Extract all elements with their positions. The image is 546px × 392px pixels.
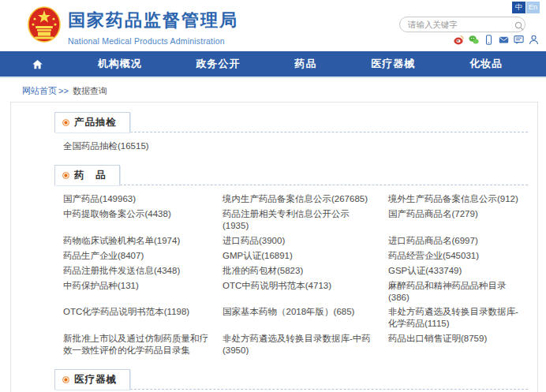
nav-item-drugs[interactable]: 药品 <box>294 57 316 71</box>
section: 医疗器械国产医疗器械产品（注册）(83739)国产器械（历史数据）(182669… <box>54 369 528 392</box>
link-cell: 国产药品(149963) <box>63 192 211 207</box>
section-title: 医疗器械 <box>74 373 117 386</box>
link-cell: GMP认证(16891) <box>223 248 377 263</box>
section-tab: 药 品 <box>54 165 120 185</box>
search-icon[interactable] <box>514 20 524 29</box>
data-query-panel: 产品抽检全国药品抽检(16515)药 品国产药品(149963)境内生产药品备案… <box>10 102 538 392</box>
section-tab: 产品抽检 <box>54 112 130 133</box>
link-cell: OTC化学药品说明书范本(1198) <box>63 304 211 331</box>
data-link[interactable]: 国产药品(149963) <box>63 194 136 203</box>
section-dashed-rule <box>120 165 529 185</box>
link-cell: 药品出口销售证明(8759) <box>388 331 528 358</box>
link-cell: 国家基本药物（2018年版）(685) <box>223 304 377 331</box>
section-links-grid: 全国药品抽检(16515) <box>54 133 528 162</box>
data-link[interactable]: GMP认证(16891) <box>223 251 293 260</box>
link-cell: 批准的药包材(5823) <box>223 263 377 278</box>
nav-home[interactable] <box>32 58 43 70</box>
site-title: 国家药品监督管理局 <box>68 9 238 32</box>
message-icon[interactable] <box>514 35 524 45</box>
data-link[interactable]: 中药保护品种(131) <box>63 281 139 290</box>
link-cell: 麻醉药品和精神药品品种目录(386) <box>388 278 528 305</box>
site-subtitle: National Medical Products Administration <box>68 36 238 46</box>
link-cell: 中药提取物备案公示(4438) <box>63 207 211 233</box>
data-link[interactable]: OTC化学药品说明书范本(1198) <box>63 307 189 316</box>
data-link[interactable]: 药品出口销售证明(8759) <box>388 334 487 343</box>
section-bullet-icon <box>62 376 69 383</box>
link-cell: 新批准上市以及通过仿制药质量和疗效一致性评价的化学药品目录集 <box>63 331 211 358</box>
section: 药 品国产药品(149963)境内生产药品备案信息公示(267685)境外生产药… <box>54 165 528 366</box>
link-cell: 药物临床试验机构名单(1974) <box>63 233 211 248</box>
section-header: 产品抽检 <box>54 112 528 133</box>
section-title: 产品抽检 <box>74 116 117 129</box>
lang-zh-button[interactable]: 中 <box>512 2 525 13</box>
nav-item-gov-affairs[interactable]: 政务公开 <box>196 57 241 71</box>
data-link[interactable]: 药品经营企业(545031) <box>388 251 479 260</box>
brand-block: 国家药品监督管理局 National Medical Products Admi… <box>68 9 238 46</box>
link-cell: 境外生产药品备案信息公示(912) <box>388 192 528 207</box>
link-cell: 药品注册批件发送信息(4348) <box>63 263 211 278</box>
link-cell: 国产药品商品名(7279) <box>388 207 528 233</box>
nav-item-orgnization[interactable]: 机构概况 <box>98 57 142 71</box>
nav-item-cosmetics[interactable]: 化妆品 <box>469 57 503 71</box>
breadcrumb-home-link[interactable]: 网站首页 <box>22 86 57 95</box>
data-link[interactable]: 麻醉药品和精神药品品种目录(386) <box>388 281 507 302</box>
lang-en-button[interactable]: En <box>526 2 540 13</box>
search-input[interactable] <box>408 20 514 29</box>
weibo-icon[interactable] <box>454 35 464 45</box>
section-bullet-icon <box>62 119 69 126</box>
user-icon[interactable] <box>529 35 539 45</box>
data-link[interactable]: 非处方药遴选及转换目录数据库-中药(3950) <box>223 334 371 355</box>
section-header: 药 品 <box>54 165 528 185</box>
data-link[interactable]: 进口药品商品名(6997) <box>388 236 478 245</box>
data-link[interactable]: 批准的药包材(5823) <box>223 266 303 275</box>
data-link[interactable]: 非处方药遴选及转换目录数据库-化学药品(1115) <box>388 307 518 328</box>
link-cell: 境内生产药品备案信息公示(267685) <box>223 192 377 207</box>
link-cell: 全国药品抽检(16515) <box>63 139 211 154</box>
data-link[interactable]: 中药提取物备案公示(4438) <box>63 209 171 218</box>
section-header: 医疗器械 <box>54 369 528 390</box>
mobile-icon[interactable] <box>484 35 494 45</box>
data-link[interactable]: 进口药品(3900) <box>223 236 285 245</box>
data-link[interactable]: 药品生产企业(8407) <box>63 251 144 260</box>
section-dashed-rule <box>130 369 528 390</box>
national-emblem-logo <box>27 6 62 43</box>
data-link[interactable]: 境内生产药品备案信息公示(267685) <box>223 194 368 203</box>
main-nav: 机构概况 政务公开 药品 医疗器械 化妆品 <box>0 51 546 78</box>
data-link[interactable]: OTC中药说明书范本(4713) <box>223 281 331 290</box>
site-header: 国家药品监督管理局 National Medical Products Admi… <box>0 0 546 51</box>
link-cell: 非处方药遴选及转换目录数据库-中药(3950) <box>223 331 377 358</box>
mail-icon[interactable] <box>499 35 509 45</box>
section-dashed-rule <box>130 112 528 133</box>
link-cell: 中药保护品种(131) <box>63 278 211 305</box>
data-link[interactable]: 境外生产药品备案信息公示(912) <box>388 194 518 203</box>
section-links-grid: 国产药品(149963)境内生产药品备案信息公示(267685)境外生产药品备案… <box>54 185 528 366</box>
data-link[interactable]: 国家基本药物（2018年版）(685) <box>223 307 354 316</box>
data-link[interactable]: 新批准上市以及通过仿制药质量和疗效一致性评价的化学药品目录集 <box>63 334 208 355</box>
search-box <box>399 17 525 32</box>
data-link[interactable]: 药品注册相关专利信息公开公示(1935) <box>223 209 350 230</box>
link-cell <box>223 139 377 154</box>
link-cell: 药品注册相关专利信息公开公示(1935) <box>223 207 377 233</box>
link-cell <box>388 139 528 154</box>
link-cell: 进口药品(3900) <box>223 233 377 248</box>
link-cell: OTC中药说明书范本(4713) <box>223 278 377 305</box>
social-icon-bar <box>454 35 539 45</box>
section-tab: 医疗器械 <box>54 369 130 390</box>
breadcrumb: 网站首页>> 数据查询 <box>0 78 546 102</box>
nav-item-medical-devices[interactable]: 医疗器械 <box>371 57 415 71</box>
wechat-icon[interactable] <box>469 35 479 45</box>
link-cell: GSP认证(433749) <box>388 263 528 278</box>
home-icon <box>32 58 43 70</box>
link-cell: 非处方药遴选及转换目录数据库-化学药品(1115) <box>388 304 528 331</box>
nmpa-data-query-page: 国家药品监督管理局 National Medical Products Admi… <box>0 0 546 392</box>
section-bullet-icon <box>62 172 69 179</box>
breadcrumb-current: 数据查询 <box>73 86 107 95</box>
link-cell: 进口药品商品名(6997) <box>388 233 528 248</box>
data-link[interactable]: 全国药品抽检(16515) <box>63 141 149 151</box>
data-link[interactable]: 药品注册批件发送信息(4348) <box>63 266 180 275</box>
section: 产品抽检全国药品抽检(16515) <box>54 112 528 162</box>
breadcrumb-separator: >> <box>58 86 69 95</box>
data-link[interactable]: 国产药品商品名(7279) <box>388 209 478 218</box>
data-link[interactable]: 药物临床试验机构名单(1974) <box>63 236 180 245</box>
data-link[interactable]: GSP认证(433749) <box>388 266 462 275</box>
